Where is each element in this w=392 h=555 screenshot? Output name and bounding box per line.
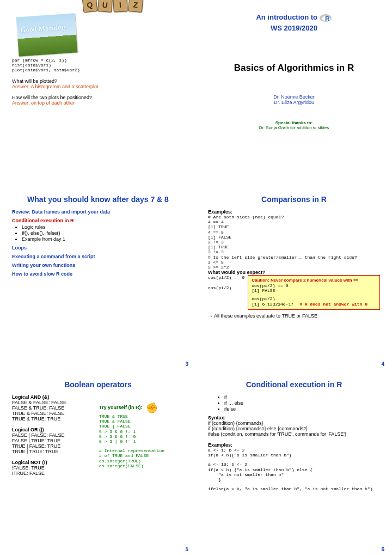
- topic-highlight: Conditional execution in R: [12, 218, 184, 223]
- code-line: "a is not smaller than b": [208, 472, 380, 477]
- syntax-line: ifelse (condition, commands for 'TRUE', …: [208, 431, 380, 437]
- caution-heading: Caution: Never compare 2 numerical value…: [252, 278, 376, 283]
- quiz-tile: U: [97, 0, 113, 13]
- try-yourself-label: Try yourself (in R):: [99, 405, 143, 410]
- truth-row: FALSE | FALSE: FALSE: [12, 432, 88, 438]
- code-output: [1] FALSE: [252, 288, 376, 293]
- slide-number: 5: [185, 546, 188, 552]
- code-line: cos(pi/2): [208, 285, 244, 290]
- code-line: 2 != 3: [208, 240, 380, 245]
- footer-note: → All these examples evaluate to TRUE or…: [208, 313, 380, 319]
- code-line: 3 != 3: [208, 249, 380, 254]
- truth-row: FALSE & FALSE: FALSE: [12, 400, 88, 405]
- truth-row: TRUE | TRUE: TRUE: [12, 449, 88, 454]
- intro-line: An introduction to: [256, 13, 317, 21]
- svg-text:R: R: [325, 15, 330, 23]
- sub-bullets: Logic rules If(), else(), ifelse() Examp…: [12, 224, 184, 242]
- truth-row: FALSE | TRUE: TRUE: [12, 438, 88, 443]
- code-comment: # Internal representation: [99, 448, 184, 453]
- code-line: cos(pi/2) == 0: [252, 283, 376, 288]
- syntax-heading: Syntax:: [208, 415, 380, 420]
- caution-box: Caution: Never compare 2 numerical value…: [248, 275, 380, 310]
- quiz-tile: Q: [82, 0, 98, 13]
- examples-heading: Examples:: [208, 442, 380, 448]
- topic: Loops: [12, 245, 184, 251]
- quiz-tiles: Q U I Z: [83, 0, 143, 12]
- slide-title: Comparisons in R: [208, 195, 380, 204]
- what-would-you-expect: What would you expect?: [208, 270, 380, 275]
- bullet: Logic rules: [22, 224, 184, 230]
- quiz-tile: I: [113, 0, 127, 13]
- code-line: 4 == 5: [208, 230, 380, 235]
- code-output: [1] FALSE: [208, 235, 380, 240]
- r-logo-icon: R: [319, 13, 332, 24]
- slide-number: 4: [381, 361, 384, 367]
- question-2: How will the two plots be positioned?: [12, 95, 184, 100]
- truth-row: TRUE & TRUE: TRUE: [12, 416, 88, 422]
- code-output: [1] 6.123234e-17: [252, 302, 293, 307]
- slide-number: 6: [381, 546, 384, 552]
- slide-6-conditional: Conditional execution in R if if … else …: [196, 370, 392, 555]
- code-comment: # Is the left side greater/smaller … tha…: [208, 255, 380, 260]
- fist-icon: ✊: [145, 401, 158, 414]
- topic: Review: Data frames and import your data: [12, 209, 184, 215]
- code-line: 3 <= 5: [208, 260, 380, 265]
- code-output: [1] TRUE: [208, 245, 380, 249]
- question-1: What will be plotted?: [12, 78, 184, 84]
- try-code: as.integer(FALSE): [99, 463, 184, 468]
- bullet-list: if if … else ifelse: [215, 394, 380, 412]
- code-line: hist(data$var1): [12, 63, 184, 68]
- slide-4-comparisons: Comparisons in R Examples: # Are both si…: [196, 185, 392, 370]
- slide-number: 3: [185, 361, 188, 367]
- bullet: if: [224, 394, 380, 400]
- good-morning-text: Good Morning: [20, 23, 66, 35]
- answer-2: Answer: on top of each other: [12, 100, 184, 106]
- examples-label: Examples:: [208, 209, 380, 215]
- code-comment: # Are both sides (not) equal?: [208, 215, 380, 219]
- topic: Writing your own functions: [12, 263, 184, 268]
- truth-row: !TRUE: FALSE: [12, 471, 88, 476]
- and-heading: Logical AND (&): [12, 394, 88, 400]
- code-line: ifelse(a < b, "a is smaller than b", "a …: [208, 486, 380, 491]
- truth-row: !FALSE: TRUE: [12, 465, 88, 471]
- code-line: a <- 1; b <- 2: [208, 448, 380, 453]
- author: Dr. Eliza Argyridou: [208, 100, 380, 105]
- bullet: ifelse: [224, 406, 380, 412]
- syntax-line: if (condition) {commands}: [208, 420, 380, 426]
- code-line: plot(data$var1, data$var2): [12, 68, 184, 72]
- try-code: as.integer(TRUE): [99, 459, 184, 463]
- thanks-label: Special thanks to:: [208, 120, 380, 125]
- not-heading: Logical NOT (!): [12, 460, 88, 465]
- syntax-line: if (condition) {commands1} else {command…: [208, 426, 380, 431]
- slide-5-boolean: Boolean operators Logical AND (&) FALSE …: [0, 370, 196, 555]
- bullet: If(), else(), ifelse(): [22, 230, 184, 236]
- slide-title: Boolean operators: [12, 380, 184, 389]
- topic: Executing a command from a script: [12, 254, 184, 259]
- topic: How to avoid slow R code: [12, 271, 184, 277]
- try-code: TRUE & FALSE: [99, 419, 184, 424]
- code-line: a <- 10; b <- 2: [208, 462, 380, 467]
- slide-2-title: An introduction to R WS 2019/2020 Basics…: [196, 0, 392, 185]
- code-line: 5 >= 2*2: [208, 265, 380, 270]
- slide-3-overview: What you should know after days 7 & 8 Re…: [0, 185, 196, 370]
- quiz-tile: Z: [128, 0, 143, 13]
- try-code: 5 > 3 | 0 != 1: [99, 439, 184, 444]
- bullet: if … else: [224, 400, 380, 406]
- try-code: TRUE & TRUE: [99, 414, 184, 419]
- try-code: 5 > 3 & 0 != 1: [99, 429, 184, 434]
- slide-1-quiz: Good Morning Q U I Z par (mfrow = c(2, 1…: [0, 0, 196, 185]
- truth-row: TRUE | FALSE: TRUE: [12, 443, 88, 449]
- code-output: [1] TRUE: [208, 224, 380, 229]
- truth-row: TRUE & FALSE: FALSE: [12, 411, 88, 416]
- thanks-text: Dr. Sonja Grath for addition to slides: [208, 125, 380, 130]
- code-line: par (mfrow = c(2, 1)): [12, 58, 184, 63]
- slide-title: Conditional execution in R: [208, 380, 380, 389]
- slide-title: What you should know after days 7 & 8: [12, 195, 184, 204]
- author: Dr. Noémie Becker: [208, 94, 380, 100]
- code-line: if(a < b) {"a is smaller than b"} else {: [208, 467, 380, 472]
- code-line: cos(pi/2) == 0: [208, 275, 244, 280]
- code-line: 4 == 4: [208, 219, 380, 224]
- try-code: TRUE | FALSE: [99, 424, 184, 429]
- code-annotation: # R does not answer with 0: [299, 302, 367, 307]
- code-comment: # of TRUE and FALSE: [99, 453, 184, 458]
